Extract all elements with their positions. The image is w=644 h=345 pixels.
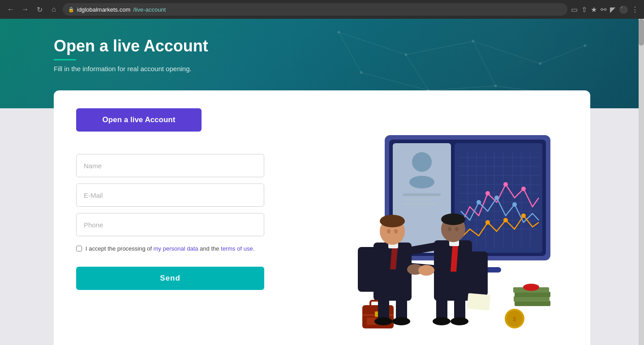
svg-point-10 (338, 31, 340, 34)
form-section: Open a live Account I accept the process… (76, 108, 264, 290)
forward-button[interactable]: → (20, 4, 30, 15)
svg-rect-24 (403, 193, 441, 196)
scrollbar[interactable] (639, 19, 644, 345)
hero-subtitle: Fill in the information for real account… (54, 65, 590, 72)
svg-point-71 (448, 227, 451, 231)
svg-point-60 (380, 215, 405, 227)
hero-title: Open a live Account (54, 37, 590, 60)
svg-point-47 (521, 187, 526, 191)
share-icon[interactable]: ⇧ (581, 5, 587, 14)
svg-text:$: $ (513, 315, 516, 323)
browser-actions: ▭ ⇧ ★ ⚯ ◤ ⚫ ⋮ (571, 5, 639, 14)
send-button[interactable]: Send (76, 267, 264, 290)
menu-icon[interactable]: ⋮ (631, 5, 639, 14)
bookmark-icon[interactable]: ★ (591, 5, 597, 14)
svg-point-95 (392, 317, 410, 325)
svg-point-94 (374, 317, 392, 325)
phone-input[interactable] (76, 213, 264, 236)
illustration-section: $ (282, 108, 568, 341)
form-fields: I accept the processing of my personal d… (76, 154, 264, 290)
terms-link[interactable]: terms of use (221, 245, 253, 252)
screen-cast-icon[interactable]: ▭ (571, 5, 578, 14)
svg-rect-26 (403, 203, 436, 205)
svg-point-62 (394, 229, 398, 234)
svg-point-61 (387, 229, 391, 234)
svg-rect-65 (358, 247, 377, 292)
svg-line-6 (361, 72, 429, 90)
svg-point-51 (485, 220, 490, 225)
svg-point-50 (512, 202, 517, 207)
extensions-icon[interactable]: ⚯ (601, 5, 606, 14)
home-button[interactable]: ⌂ (48, 4, 59, 15)
svg-point-97 (451, 317, 468, 325)
svg-line-7 (429, 86, 496, 90)
svg-point-96 (433, 317, 451, 325)
personal-data-link[interactable]: my personal data (154, 245, 198, 252)
svg-point-99 (418, 265, 434, 276)
svg-point-86 (523, 284, 539, 291)
svg-point-23 (409, 176, 434, 188)
scrollbar-thumb[interactable] (639, 19, 644, 46)
svg-point-16 (494, 85, 497, 87)
svg-rect-74 (470, 251, 488, 296)
refresh-button[interactable]: ↻ (34, 4, 45, 15)
hero-illustration: $ (295, 108, 555, 341)
svg-point-52 (503, 218, 508, 222)
svg-point-72 (455, 227, 459, 231)
svg-point-46 (503, 182, 508, 187)
checkbox-label: I accept the processing of my personal d… (86, 244, 254, 253)
terms-checkbox-row: I accept the processing of my personal d… (76, 244, 264, 253)
profile-icon[interactable]: ⚫ (619, 5, 628, 14)
money-stack (513, 284, 550, 306)
address-bar[interactable]: 🔒 idglobalmarkets.com/live-account (63, 3, 567, 16)
svg-rect-25 (403, 199, 432, 200)
svg-point-53 (521, 213, 526, 218)
name-input[interactable] (76, 154, 264, 177)
main-card: Open a live Account I accept the process… (54, 90, 590, 345)
browser-chrome: ← → ↻ ⌂ 🔒 idglobalmarkets.com/live-accou… (0, 0, 644, 19)
svg-point-48 (477, 200, 481, 204)
terms-checkbox[interactable] (76, 246, 82, 251)
url-path: /live-account (133, 6, 166, 13)
svg-point-45 (485, 191, 490, 196)
svg-point-70 (441, 213, 465, 225)
tablet-mode-icon[interactable]: ◤ (610, 5, 615, 14)
main-content: Open a live Account I accept the process… (0, 90, 644, 345)
svg-point-22 (412, 152, 432, 172)
url-domain: idglobalmarkets.com (77, 6, 130, 13)
lock-icon: 🔒 (68, 7, 74, 13)
svg-point-49 (494, 196, 499, 200)
open-account-button[interactable]: Open a live Account (76, 108, 202, 132)
email-input[interactable] (76, 183, 264, 207)
back-button[interactable]: ← (5, 4, 16, 15)
svg-rect-75 (467, 293, 491, 311)
